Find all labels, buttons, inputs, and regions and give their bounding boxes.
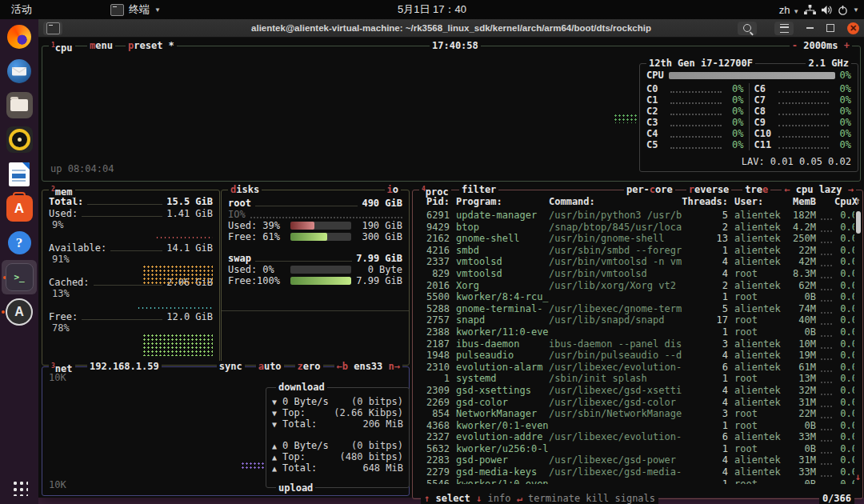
clock-menu[interactable]: 5月1日 17：40	[398, 0, 466, 19]
minimize-button[interactable]	[806, 27, 814, 29]
process-row[interactable]: 5288gnome-terminal-/usr/libexec/gnome-te…	[416, 303, 854, 315]
files-icon	[6, 92, 33, 118]
process-row[interactable]: 4216smbd/usr/sbin/smbd --foregr1alientek…	[416, 245, 854, 257]
cpu-core-row: C80%	[754, 106, 852, 117]
process-row[interactable]: 2187ibus-daemonibus-daemon --panel dis3a…	[416, 338, 854, 350]
firefox-icon	[7, 25, 31, 49]
process-row[interactable]: 9429btop/snap/btop/845/usr/loca2alientek…	[416, 222, 854, 234]
disk-name-row: root490 GiB	[228, 197, 402, 209]
process-row[interactable]: 2162gnome-shell/usr/bin/gnome-shell13ali…	[416, 233, 854, 245]
process-row[interactable]: 2327evolution-addre/usr/libexec/evolutio…	[416, 431, 854, 443]
process-row[interactable]: 2283gsd-power/usr/libexec/gsd-power4alie…	[416, 454, 854, 466]
process-row[interactable]: 2269gsd-color/usr/libexec/gsd-color4alie…	[416, 397, 854, 409]
process-row[interactable]: 1systemd/sbin/init splash1root13M0.0	[416, 373, 854, 385]
hamburger-icon	[780, 24, 789, 33]
terminal-titlebar[interactable]: alientek@alientek-virtual-machine: ~/rk3…	[38, 19, 864, 38]
net-ip-label: 192.168.1.59	[87, 361, 162, 372]
process-row[interactable]: 2309gsd-xsettings/usr/libexec/gsd-xsetti…	[416, 385, 854, 397]
mem-entry: Free:12.0 GiB78%	[49, 310, 213, 345]
cpu-core-row: C60%	[754, 83, 852, 94]
search-button[interactable]	[738, 22, 757, 35]
terminal-app-icon	[110, 4, 124, 16]
process-row[interactable]: 2310evolution-alarm/usr/libexec/evolutio…	[416, 362, 854, 374]
disks-panel: disks io root490 GiBIO%Used: 39%190 GiBF…	[221, 190, 410, 366]
net-sync-toggle[interactable]: sync	[217, 361, 245, 372]
process-row[interactable]: 5500kworker/8:4-rcu_1root0B0.0	[416, 291, 854, 303]
proc-filter-button[interactable]: filter	[459, 184, 498, 195]
process-row[interactable]: 5546kworker/1:0-even1root0B0.0	[416, 478, 854, 484]
scroll-down-icon[interactable]: ↓	[855, 471, 861, 482]
net-auto-toggle[interactable]: auto	[256, 361, 284, 372]
menu-button-btop[interactable]: menu	[87, 40, 115, 51]
sort-selector[interactable]: ← cpu lazy →	[782, 184, 856, 195]
dock-item-help[interactable]: ?	[0, 226, 38, 260]
per-core-toggle[interactable]: per-core	[624, 184, 675, 195]
net-interface-switcher[interactable]: ←b ens33 n→	[334, 361, 402, 372]
close-button[interactable]: ✕	[847, 22, 859, 34]
process-row[interactable]: 1948pulseaudio/usr/bin/pulseaudio --d4al…	[416, 350, 854, 362]
process-row[interactable]: 854NetworkManager/usr/sbin/NetworkManage…	[416, 408, 854, 420]
net-stat-row: ▲0 Byte/s(0 bitps)	[266, 440, 409, 451]
proc-count-label: 0/366	[819, 493, 854, 504]
scroll-up-icon[interactable]: ↑	[855, 195, 861, 206]
gnome-top-bar: 活动 终端 ▼ 5月1日 17：40 zh ▼ ▼	[0, 0, 864, 19]
io-toggle[interactable]: io	[385, 184, 401, 195]
dock-item-rhythmbox[interactable]	[0, 122, 38, 157]
process-row[interactable]: 829vmtoolsd/usr/bin/vmtoolsd4root8.3M0.0	[416, 268, 854, 280]
focused-app-menu[interactable]: 终端 ▼	[110, 0, 161, 19]
dock-item-libreoffice-writer[interactable]	[0, 157, 38, 191]
process-row[interactable]: 5632kworker/u256:0-l1root0B0.0	[416, 443, 854, 455]
cpu-cores: C00%C10%C20%C30%C40%C50% C60%C70%C80%C90…	[640, 81, 858, 150]
btop-clock: 17:40:58	[430, 40, 481, 51]
mem-entry: Used:1.41 GiB9%	[49, 207, 213, 242]
focused-app-label: 终端	[129, 2, 150, 17]
reverse-toggle[interactable]: reverse	[686, 184, 732, 195]
update-interval-control[interactable]: - 2000ms +	[790, 40, 852, 51]
dock-item-terminal[interactable]: >_	[2, 260, 37, 294]
dock-item-firefox[interactable]	[0, 19, 38, 54]
process-row[interactable]: 2016Xorg/usr/lib/xorg/Xorg vt22alientek6…	[416, 280, 854, 292]
process-row[interactable]: 6291update-manager/usr/bin/python3 /usr/…	[416, 210, 854, 222]
menu-button[interactable]	[774, 22, 794, 35]
dock-item-ubuntu-software[interactable]: A	[0, 191, 38, 226]
window-title: alientek@alientek-virtual-machine: ~/rk3…	[251, 23, 651, 33]
process-row[interactable]: 4368kworker/0:1-even1root0B0.0	[416, 420, 854, 432]
preset-button[interactable]: preset *	[126, 40, 177, 51]
dock-item-app-a[interactable]: A	[0, 294, 38, 329]
tab-cpu[interactable]: 1cpu	[49, 40, 75, 54]
cpu-core-row: C90%	[754, 117, 852, 128]
thunderbird-icon	[7, 59, 31, 83]
network-icon	[804, 5, 816, 15]
rhythmbox-icon	[6, 126, 33, 153]
process-row[interactable]: 2757snapd/usr/lib/snapd/snapd17root40M0.…	[416, 314, 854, 326]
cpu-core-row: C50%	[646, 139, 744, 150]
process-row[interactable]: 2337vmtoolsd/usr/bin/vmtoolsd -n vm4alie…	[416, 256, 854, 268]
tree-toggle[interactable]: tree	[742, 184, 770, 195]
system-status-area[interactable]: zh ▼ ▼	[779, 0, 859, 19]
cpu-total-bar	[669, 72, 835, 79]
load-average-label: LAV: 0.01 0.05 0.02	[742, 156, 851, 167]
activities-button[interactable]: 活动	[0, 0, 43, 19]
tab-disks[interactable]: disks	[228, 184, 262, 195]
show-applications-button[interactable]	[0, 475, 38, 499]
dock-item-files[interactable]	[0, 88, 38, 122]
mem-percent: 78%	[49, 322, 213, 334]
input-method-indicator[interactable]: zh ▼	[779, 4, 799, 16]
maximize-button[interactable]	[826, 24, 834, 32]
tab-mem[interactable]: 2mem	[49, 184, 75, 198]
btop-monitor: 1cpu menu preset * 17:40:58 - 2000ms + u…	[38, 37, 864, 498]
chevron-down-icon: ▼	[154, 6, 161, 14]
mem-panel: 2mem Total:15.5 GiB Used:1.41 GiB9%Avail…	[42, 190, 220, 366]
dock-item-thunderbird[interactable]	[0, 54, 38, 88]
disk-io-row: IO%	[228, 209, 402, 220]
process-row[interactable]: 2279gsd-media-keys/usr/libexec/gsd-media…	[416, 466, 854, 478]
ubuntu-software-icon: A	[6, 195, 33, 222]
new-tab-button[interactable]	[43, 22, 62, 35]
proc-key-hints[interactable]: ↑ select ↓ info ↵ terminate kill signals	[421, 493, 658, 504]
ubuntu-dock: A ? >_ A	[0, 19, 38, 504]
net-zero-toggle[interactable]: zero	[295, 361, 323, 372]
date-time-label: 5月1日 17：40	[398, 2, 466, 17]
process-row[interactable]: 2388kworker/11:0-eve1root0B0.0	[416, 326, 854, 338]
proc-scrollbar[interactable]	[856, 211, 861, 234]
disk-usage-row: Used: 39%190 GiB	[228, 220, 402, 231]
